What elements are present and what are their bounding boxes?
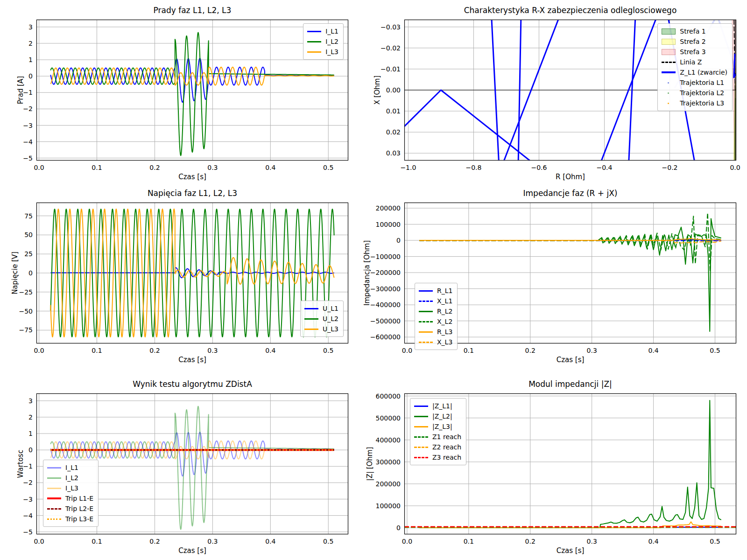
x-tick-label: 0.3 bbox=[587, 347, 597, 354]
x-axis-label: Czas [s] bbox=[178, 173, 206, 181]
x-tick-label: 0.0 bbox=[402, 538, 412, 545]
plot-area bbox=[404, 20, 736, 161]
x-tick-label: 0.5 bbox=[323, 164, 333, 171]
x-tick-label: 0.4 bbox=[648, 538, 658, 545]
y-tick-label: 200000 bbox=[376, 480, 401, 488]
x-tick-label: −1.0 bbox=[400, 164, 416, 171]
plot-area bbox=[36, 203, 348, 343]
x-tick-label: 0.2 bbox=[525, 347, 536, 354]
series-trajektoria-faded bbox=[675, 15, 734, 88]
x-tick-label: 0.4 bbox=[648, 347, 658, 354]
x-tick-label: 0.4 bbox=[265, 164, 275, 171]
x-tick-label: 0.3 bbox=[207, 164, 218, 171]
y-tick-label: −4 bbox=[23, 138, 33, 146]
y-tick-label: −3 bbox=[23, 122, 33, 129]
y-tick-label: 0 bbox=[28, 446, 33, 454]
y-axis-label: X [Ohm] bbox=[373, 76, 381, 105]
y-tick-label: 25 bbox=[24, 250, 33, 258]
y-tick-label: −2 bbox=[23, 479, 33, 486]
series-z-l1-zwarcie bbox=[402, 2, 741, 175]
x-axis-label: Czas [s] bbox=[557, 356, 585, 364]
x-tick-label: −0.6 bbox=[531, 164, 547, 171]
x-tick-label: 0.4 bbox=[265, 347, 275, 354]
y-axis-label: |Z| [Ohm] bbox=[366, 447, 374, 481]
chart-title: Impedancje faz (R + jX) bbox=[384, 189, 747, 198]
x-axis-label: Czas [s] bbox=[557, 546, 585, 555]
x-tick-label: 0.0 bbox=[34, 538, 44, 545]
x-tick-label: −0.4 bbox=[596, 164, 612, 171]
chart-title: Modul impedancji |Z| bbox=[384, 379, 747, 389]
y-tick-label: −2 bbox=[23, 105, 33, 112]
plot-area bbox=[404, 393, 736, 534]
x-tick-label: 0.2 bbox=[149, 538, 160, 545]
y-tick-label: −50 bbox=[19, 308, 33, 315]
y-tick-label: 0 bbox=[28, 72, 33, 80]
y-tick-label: 0 bbox=[396, 237, 401, 244]
series-Z_L2_mod bbox=[419, 400, 721, 528]
y-tick-label: 0.02 bbox=[386, 128, 401, 136]
y-tick-label: −1 bbox=[23, 89, 33, 96]
chart-title: Wynik testu algorytmu ZDistA bbox=[6, 379, 379, 389]
y-tick-label: 1 bbox=[28, 56, 33, 63]
y-tick-label: 3 bbox=[28, 23, 33, 31]
y-tick-label: 3 bbox=[28, 397, 33, 405]
y-axis-label: Napięcie [V] bbox=[11, 252, 19, 294]
y-tick-label: 2 bbox=[28, 413, 33, 421]
x-tick-label: 0.4 bbox=[265, 538, 275, 545]
y-tick-label: −300000 bbox=[370, 285, 401, 293]
y-tick-label: −1 bbox=[23, 462, 33, 470]
y-tick-label: 0.03 bbox=[386, 149, 401, 157]
x-tick-label: −0.8 bbox=[465, 164, 481, 171]
y-tick-label: 0.01 bbox=[386, 107, 401, 115]
y-tick-label: 75 bbox=[24, 212, 33, 220]
series-R_L2 bbox=[419, 219, 721, 332]
x-tick-label: 0.1 bbox=[464, 538, 474, 545]
y-tick-label: 0.00 bbox=[386, 86, 401, 94]
y-tick-label: 50 bbox=[24, 231, 33, 238]
plot-area bbox=[404, 203, 736, 343]
x-tick-label: 0.3 bbox=[207, 538, 218, 545]
x-axis-label: Czas [s] bbox=[178, 546, 206, 555]
y-tick-label: 0 bbox=[28, 269, 33, 277]
x-tick-label: 0.1 bbox=[464, 347, 474, 354]
x-tick-label: 0.0 bbox=[34, 164, 44, 171]
y-tick-label: −200000 bbox=[370, 269, 401, 276]
y-tick-label: −75 bbox=[19, 326, 33, 334]
y-tick-label: 2 bbox=[28, 40, 33, 47]
x-tick-label: 0.0 bbox=[402, 347, 412, 354]
x-tick-label: 0.0 bbox=[730, 164, 740, 171]
y-tick-label: 300000 bbox=[376, 458, 401, 466]
y-tick-label: 100000 bbox=[376, 221, 401, 228]
x-axis-label: R [Ohm] bbox=[556, 173, 585, 181]
x-tick-label: 0.5 bbox=[710, 538, 720, 545]
y-tick-label: 1 bbox=[28, 430, 33, 437]
series-I_L1 bbox=[50, 58, 334, 102]
x-tick-label: −0.2 bbox=[662, 164, 678, 171]
plot-area bbox=[36, 20, 348, 161]
y-tick-label: −0.03 bbox=[381, 23, 401, 31]
y-tick-label: −0.02 bbox=[381, 44, 401, 52]
figure-canvas: Prady faz L1, L2, L3 Prad [A] Czas [s] C… bbox=[0, 0, 747, 560]
plot-area bbox=[36, 393, 348, 534]
y-tick-label: −100000 bbox=[370, 253, 401, 260]
series-R_L3 bbox=[419, 238, 721, 240]
x-tick-label: 0.1 bbox=[92, 347, 102, 354]
x-tick-label: 0.2 bbox=[149, 347, 160, 354]
x-axis-label: Czas [s] bbox=[178, 356, 206, 364]
x-tick-label: 0.0 bbox=[34, 347, 44, 354]
x-tick-label: 0.3 bbox=[207, 347, 218, 354]
x-tick-label: 0.5 bbox=[710, 347, 720, 354]
series-I_L1 bbox=[50, 432, 334, 476]
x-tick-label: 0.5 bbox=[323, 538, 333, 545]
y-tick-label: −5 bbox=[23, 154, 33, 162]
y-tick-label: 100000 bbox=[376, 502, 401, 510]
chart-title: Napięcia faz L1, L2, L3 bbox=[6, 189, 379, 198]
y-tick-label: 500000 bbox=[376, 414, 401, 422]
x-tick-label: 0.2 bbox=[149, 164, 160, 171]
y-tick-label: −3 bbox=[23, 496, 33, 503]
y-tick-label: 0 bbox=[396, 524, 401, 532]
x-tick-label: 0.3 bbox=[587, 538, 597, 545]
y-tick-label: 200000 bbox=[376, 204, 401, 212]
y-tick-label: −600000 bbox=[370, 333, 401, 341]
x-tick-label: 0.1 bbox=[92, 538, 102, 545]
